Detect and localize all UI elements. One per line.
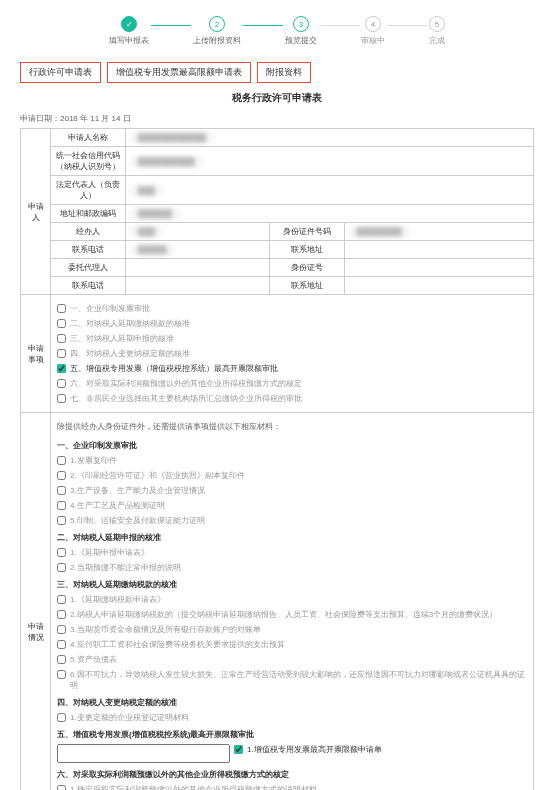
g2-item-2[interactable]: 2.当期预缴不能正常申报的说明 xyxy=(57,560,527,575)
g6-item-1[interactable]: 1.确定采取实际利润额预缴以外的其他企业所得税预缴方式的说明材料 xyxy=(57,782,527,790)
g1-item-2[interactable]: 2.《印刷经营许可证》和《营业执照》副本复印件 xyxy=(57,468,527,483)
application-form-table: 申请人 申请人名称 ████████████ 统一社会信用代码（纳税人识别号） … xyxy=(20,128,534,790)
matter-item-6[interactable]: 六、对采取实际利润额预缴以外的其他企业所得税预缴方式的核定 xyxy=(57,376,527,391)
matter-item-4[interactable]: 四、对纳税人变更纳税定额的核准 xyxy=(57,346,527,361)
step-4: 4 审核中 xyxy=(361,16,385,46)
credit-code-value: ██████████ xyxy=(126,147,534,176)
matters-checklist: 一、企业印制发票审批 二、对纳税人延期缴纳税款的核准 三、对纳税人延期申报的核准… xyxy=(55,298,529,409)
matter-checkbox-3[interactable] xyxy=(57,334,66,343)
step-1: ✓ 填写申报表 xyxy=(109,16,149,46)
matter-item-5[interactable]: 五、增值税专用发票（增值税税控系统）最高开票限额审批 xyxy=(57,361,527,376)
tab-bar: 行政许可申请表 增值税专用发票最高限额申请表 附报资料 xyxy=(20,62,534,83)
matter-checkbox-5[interactable] xyxy=(57,364,66,373)
matter-checkbox-1[interactable] xyxy=(57,304,66,313)
matter-checkbox-2[interactable] xyxy=(57,319,66,328)
contact-addr-value xyxy=(344,241,533,259)
step-2: 2 上传附报资料 xyxy=(193,16,241,46)
g3-item-2[interactable]: 2.纳税人申请延期缴纳税款的（提交纳税申请延期缴纳报告、人员工资、社会保险费等支… xyxy=(57,607,527,622)
g3-item-4[interactable]: 4.应付职工工资和社会保险费等税务机关要求提供的支出预算 xyxy=(57,637,527,652)
tab-vat-invoice[interactable]: 增值税专用发票最高限额申请表 xyxy=(107,62,251,83)
address-value: ██████ xyxy=(126,205,534,223)
agent-id-value xyxy=(344,259,533,277)
situation-content: 除提供经办人身份证件外，还需提供请事项提供以下相应材料： 一、企业印制发票审批 … xyxy=(55,416,529,790)
applicant-name-value: ████████████ xyxy=(126,129,534,147)
legal-rep-value: ███ xyxy=(126,176,534,205)
matter-checkbox-6[interactable] xyxy=(57,379,66,388)
apply-date: 申请日期：2018 年 11 月 14 日 xyxy=(20,113,534,124)
g4-item-1[interactable]: 1.变更定额的企业税登记证明材料 xyxy=(57,710,527,725)
step-circle-1: ✓ xyxy=(121,16,137,32)
g3-item-6[interactable]: 6.因不可抗力，导致纳税人发生较大损失、正常生产经营活动受到较大影响的，还应报送… xyxy=(57,667,527,693)
agent-addr-value xyxy=(344,277,533,295)
agent-phone-value xyxy=(126,277,270,295)
matter-checkbox-4[interactable] xyxy=(57,349,66,358)
section-applicant: 申请人 xyxy=(21,129,51,295)
g3-item-5[interactable]: 5.资产负债表 xyxy=(57,652,527,667)
step-5: 5 完成 xyxy=(429,16,445,46)
handler-value: ███ xyxy=(126,223,270,241)
g1-item-3[interactable]: 3.生产设备、生产能力及企业管理情况 xyxy=(57,483,527,498)
phone-value: █████ xyxy=(126,241,270,259)
g1-item-4[interactable]: 4.生产工艺及产品检测证明 xyxy=(57,498,527,513)
id-value: ████████ xyxy=(344,223,533,241)
section-situation: 申请情况 xyxy=(21,413,51,791)
g3-item-1[interactable]: 1.《延期缴纳税款申请表》 xyxy=(57,592,527,607)
g1-item-5[interactable]: 5.印制、运输安全及付款保证能力证明 xyxy=(57,513,527,528)
tab-admin-permit[interactable]: 行政许可申请表 xyxy=(20,62,101,83)
g3-item-3[interactable]: 3.当期货币资金余额情况及所有银行存款账户的对账单 xyxy=(57,622,527,637)
tab-attachments[interactable]: 附报资料 xyxy=(257,62,311,83)
progress-stepper: ✓ 填写申报表 2 上传附报资料 3 预览提交 4 审核中 5 完成 xyxy=(20,8,534,50)
matter-item-1[interactable]: 一、企业印制发票审批 xyxy=(57,301,527,316)
step-3: 3 预览提交 xyxy=(285,16,317,46)
g2-item-1[interactable]: 1.《延期申报申请表》 xyxy=(57,545,527,560)
agent-value xyxy=(126,259,270,277)
g5-item-1: 1.增值税专用发票最高开票限额申请单 xyxy=(57,742,527,765)
section-matters: 申请事项 xyxy=(21,295,51,413)
matter-item-2[interactable]: 二、对纳税人延期缴纳税款的核准 xyxy=(57,316,527,331)
g1-item-1[interactable]: 1.发票复印件 xyxy=(57,453,527,468)
matter-item-7[interactable]: 七、非居民企业选择由其主要机构场所汇总缴纳企业所得税的审批 xyxy=(57,391,527,406)
matter-item-3[interactable]: 三、对纳税人延期申报的核准 xyxy=(57,331,527,346)
form-title: 税务行政许可申请表 xyxy=(20,91,534,105)
matter-checkbox-7[interactable] xyxy=(57,394,66,403)
